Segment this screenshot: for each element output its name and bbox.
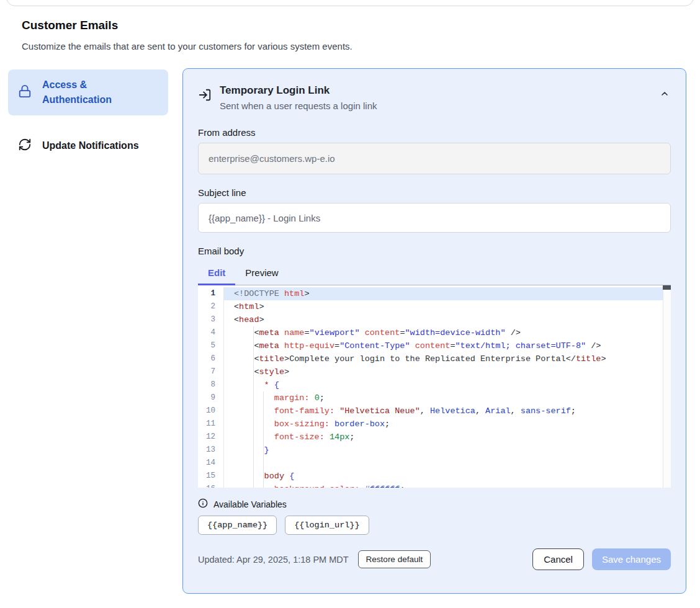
code-line[interactable]: 12 font-size: 14px; xyxy=(198,431,671,444)
code-line[interactable]: 8 * { xyxy=(198,378,671,391)
panel-title: Temporary Login Link xyxy=(220,83,650,98)
indent-guide xyxy=(263,391,264,488)
code-line[interactable]: 2<html> xyxy=(198,300,671,313)
code-line[interactable]: 6 <title>Complete your login to the Repl… xyxy=(198,352,671,365)
panel-header: Temporary Login Link Sent when a user re… xyxy=(198,83,671,113)
available-variables-header: Available Variables xyxy=(198,498,671,511)
line-number: 15 xyxy=(198,470,224,483)
chevron-up-icon xyxy=(660,91,670,101)
email-body-label: Email body xyxy=(198,246,671,256)
line-number: 8 xyxy=(198,378,224,391)
code-line[interactable]: 13 } xyxy=(198,444,671,457)
code-editor[interactable]: 1<!DOCTYPE html>2<html>3<head>4 <meta na… xyxy=(198,285,671,488)
from-address-label: From address xyxy=(198,127,671,138)
line-number: 9 xyxy=(198,391,224,405)
line-number: 1 xyxy=(198,287,224,300)
line-number: 2 xyxy=(198,300,224,313)
code-line[interactable]: 11 box-sizing: border-box; xyxy=(198,418,671,431)
variable-chip-login-url[interactable]: {{login_url}} xyxy=(285,516,369,535)
sidebar-item-access-authentication[interactable]: Access & Authentication xyxy=(8,69,168,115)
previous-card-bottom-edge xyxy=(6,0,694,6)
subject-line-input[interactable] xyxy=(198,203,671,233)
code-line[interactable]: 4 <meta name="viewport" content="width=d… xyxy=(198,326,671,339)
line-number: 7 xyxy=(198,365,224,378)
code-line[interactable]: 14 xyxy=(198,457,671,470)
code-line[interactable]: 3<head> xyxy=(198,313,671,326)
variable-chip-app-name[interactable]: {{app_name}} xyxy=(198,516,277,535)
lock-icon xyxy=(18,84,32,101)
page-subtitle: Customize the emails that are sent to yo… xyxy=(22,41,352,51)
code-line[interactable]: 5 <meta http-equiv="Content-Type" conten… xyxy=(198,339,671,352)
restore-default-button[interactable]: Restore default xyxy=(358,550,431,568)
line-number: 6 xyxy=(198,352,224,365)
email-types-sidebar: Access & Authentication Update Notificat… xyxy=(8,69,168,162)
code-line[interactable]: 9 margin: 0; xyxy=(198,391,671,405)
tab-edit[interactable]: Edit xyxy=(198,262,235,285)
editor-scrollbar[interactable] xyxy=(663,285,671,488)
email-body-tabs: Edit Preview xyxy=(198,262,671,285)
panel-footer: Updated: Apr 29, 2025, 1:18 PM MDT Resto… xyxy=(198,548,671,570)
line-number: 4 xyxy=(198,326,224,339)
code-line[interactable]: 16 background-color: #ffffff; xyxy=(198,483,671,488)
page-title: Customer Emails xyxy=(22,19,118,32)
refresh-icon xyxy=(18,138,32,154)
code-line[interactable]: 15 body { xyxy=(198,470,671,483)
line-number: 3 xyxy=(198,313,224,326)
updated-timestamp: Updated: Apr 29, 2025, 1:18 PM MDT xyxy=(198,555,349,565)
variable-chips: {{app_name}} {{login_url}} xyxy=(198,516,671,535)
temporary-login-link-panel: Temporary Login Link Sent when a user re… xyxy=(182,68,686,594)
from-address-input[interactable] xyxy=(198,143,671,174)
tab-preview[interactable]: Preview xyxy=(235,262,288,285)
line-number: 14 xyxy=(198,457,224,470)
code-line[interactable]: 10 font-family: "Helvetica Neue", Helvet… xyxy=(198,405,671,418)
collapse-panel-button[interactable] xyxy=(658,87,671,102)
line-number: 16 xyxy=(198,483,224,488)
info-icon xyxy=(198,498,208,511)
sidebar-item-update-notifications[interactable]: Update Notifications xyxy=(8,130,168,162)
available-variables-label: Available Variables xyxy=(213,499,287,509)
sidebar-item-label: Access & Authentication xyxy=(42,78,158,107)
line-number: 10 xyxy=(198,405,224,418)
line-number: 13 xyxy=(198,444,224,457)
panel-subtitle: Sent when a user requests a login link xyxy=(220,99,650,113)
code-lines: 1<!DOCTYPE html>2<html>3<head>4 <meta na… xyxy=(198,285,671,488)
line-number: 12 xyxy=(198,431,224,444)
cancel-button[interactable]: Cancel xyxy=(532,548,584,570)
indent-guide xyxy=(253,326,254,488)
code-line[interactable]: 1<!DOCTYPE html> xyxy=(198,287,671,300)
editor-scrollbar-thumb[interactable] xyxy=(663,285,671,290)
subject-line-label: Subject line xyxy=(198,187,671,198)
save-changes-button[interactable]: Save changes xyxy=(592,548,671,570)
line-number: 5 xyxy=(198,339,224,352)
code-line[interactable]: 7 <style> xyxy=(198,365,671,378)
sidebar-item-label: Update Notifications xyxy=(42,138,139,153)
panel-header-text: Temporary Login Link Sent when a user re… xyxy=(220,83,650,113)
log-in-icon xyxy=(198,88,212,104)
line-number: 11 xyxy=(198,418,224,431)
